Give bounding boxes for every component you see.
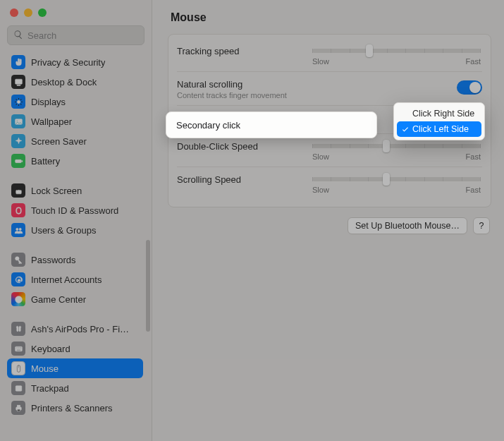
sidebar-item-users-groups[interactable]: Users & Groups — [7, 220, 143, 240]
sidebar-scrollbar[interactable] — [146, 240, 150, 332]
footer-buttons: Set Up Bluetooth Mouse… ? — [168, 217, 491, 234]
search-icon — [13, 30, 27, 42]
svg-rect-7 — [16, 190, 21, 193]
lock-icon — [11, 183, 25, 198]
sidebar-item-ash-s-airpods-pro-fi[interactable]: Ash's AirPods Pro - Fi… — [7, 319, 143, 339]
svg-rect-14 — [17, 347, 18, 348]
scrolling-speed-label: Scrolling Speed — [177, 174, 311, 185]
dock-icon — [11, 75, 25, 89]
natural-scrolling-label: Natural scrolling — [177, 79, 311, 90]
sidebar-item-keyboard[interactable]: Keyboard — [7, 339, 143, 358]
row-tracking-speed: Tracking speed Slow Fast — [177, 39, 482, 71]
tracking-speed-slider[interactable] — [312, 49, 481, 53]
svg-rect-23 — [17, 405, 20, 407]
sidebar-item-label: Battery — [31, 156, 60, 167]
sidebar-item-wallpaper[interactable]: Wallpaper — [7, 111, 143, 131]
sidebar-item-passwords[interactable]: Passwords — [7, 250, 143, 270]
tracking-speed-thumb[interactable] — [366, 44, 373, 57]
sun-icon — [11, 95, 25, 109]
game-icon — [11, 292, 25, 306]
sidebar-item-label: Lock Screen — [31, 186, 82, 196]
natural-scrolling-toggle[interactable] — [457, 80, 482, 95]
sidebar-item-label: Trackpad — [31, 383, 69, 394]
sidebar-item-label: Ash's AirPods Pro - Fi… — [31, 324, 129, 334]
sidebar-item-battery[interactable]: Battery — [7, 151, 143, 171]
svg-rect-16 — [19, 347, 20, 348]
natural-scrolling-sublabel: Content tracks finger movement — [177, 91, 311, 99]
zoom-window-button[interactable] — [38, 8, 47, 17]
sidebar-item-label: Internet Accounts — [31, 274, 102, 285]
hand-icon — [11, 55, 25, 69]
sidebar-item-label: Mouse — [31, 363, 59, 374]
double-click-min: Slow — [312, 152, 329, 161]
close-window-button[interactable] — [10, 8, 18, 17]
svg-point-9 — [19, 228, 21, 230]
row-natural-scrolling: Natural scrolling Content tracks finger … — [177, 71, 482, 105]
sidebar-item-label: Users & Groups — [31, 225, 96, 236]
trackpad-icon — [11, 381, 25, 395]
svg-point-8 — [16, 228, 18, 230]
secondary-click-menu: Click Right Side Click Left Side — [393, 102, 485, 140]
tracking-speed-min: Slow — [312, 57, 329, 66]
sidebar-item-label: Desktop & Dock — [31, 77, 97, 87]
sidebar-item-touch-id-password[interactable]: Touch ID & Password — [7, 200, 143, 220]
sidebar-item-privacy-security[interactable]: Privacy & Security — [7, 52, 143, 72]
finger-icon — [11, 203, 25, 217]
double-click-slider[interactable] — [312, 144, 481, 148]
sidebar-item-label: Keyboard — [31, 344, 70, 354]
sidebar-item-game-center[interactable]: Game Center — [7, 289, 143, 309]
keyboard-icon — [11, 342, 25, 356]
scrolling-speed-min: Slow — [312, 186, 329, 194]
sidebar-item-label: Printers & Scanners — [31, 403, 113, 413]
battery-icon — [11, 154, 25, 168]
secondary-click-label: Secondary click — [176, 120, 240, 131]
svg-rect-15 — [18, 347, 18, 348]
scrolling-speed-max: Fast — [466, 186, 481, 194]
users-icon — [11, 223, 25, 237]
double-click-thumb[interactable] — [383, 140, 390, 152]
sidebar-item-printers-scanners[interactable]: Printers & Scanners — [7, 398, 143, 418]
sidebar-item-displays[interactable]: Displays — [7, 92, 143, 111]
double-click-label: Double-Click Speed — [177, 141, 311, 152]
menu-item-label: Click Left Side — [412, 124, 469, 134]
menu-item-click-left-side[interactable]: Click Left Side — [397, 121, 481, 137]
sidebar-item-mouse[interactable]: Mouse — [7, 358, 143, 378]
sidebar-item-label: Game Center — [31, 294, 86, 305]
sparkle-icon — [11, 134, 25, 148]
sidebar-item-desktop-dock[interactable]: Desktop & Dock — [7, 72, 143, 92]
search-field[interactable] — [7, 25, 145, 45]
printer-icon — [11, 401, 25, 415]
svg-rect-13 — [16, 347, 16, 348]
scrolling-speed-thumb[interactable] — [383, 173, 390, 186]
sidebar-item-label: Privacy & Security — [31, 57, 105, 68]
help-button[interactable]: ? — [473, 217, 490, 234]
at-icon — [11, 272, 25, 286]
sidebar-item-internet-accounts[interactable]: Internet Accounts — [7, 270, 143, 289]
sidebar-item-trackpad[interactable]: Trackpad — [7, 378, 143, 398]
svg-rect-24 — [17, 409, 20, 411]
minimize-window-button[interactable] — [24, 8, 32, 17]
key-icon — [11, 253, 25, 267]
secondary-click-callout[interactable]: Secondary click — [166, 111, 377, 138]
photo-icon — [11, 114, 25, 128]
page-title: Mouse — [168, 11, 491, 24]
sidebar-item-label: Screen Saver — [31, 136, 87, 147]
setup-bluetooth-mouse-button[interactable]: Set Up Bluetooth Mouse… — [348, 217, 467, 234]
double-click-max: Fast — [466, 152, 481, 161]
sidebar-item-label: Wallpaper — [31, 116, 72, 127]
sidebar-item-label: Displays — [31, 97, 66, 107]
svg-rect-6 — [21, 160, 22, 162]
svg-point-11 — [15, 296, 22, 303]
svg-rect-1 — [16, 85, 20, 85]
search-input[interactable] — [27, 30, 138, 41]
svg-rect-5 — [15, 159, 21, 162]
svg-point-4 — [16, 120, 18, 121]
sidebar-item-screen-saver[interactable]: Screen Saver — [7, 131, 143, 151]
menu-item-click-right-side[interactable]: Click Right Side — [397, 106, 481, 121]
airpods-icon — [11, 322, 25, 336]
menu-item-label: Click Right Side — [412, 109, 474, 119]
main-content: Mouse Tracking speed Slow Fast — [152, 0, 504, 441]
sidebar-item-label: Passwords — [31, 255, 76, 265]
sidebar-item-lock-screen[interactable]: Lock Screen — [7, 181, 143, 200]
scrolling-speed-slider[interactable] — [312, 177, 481, 181]
